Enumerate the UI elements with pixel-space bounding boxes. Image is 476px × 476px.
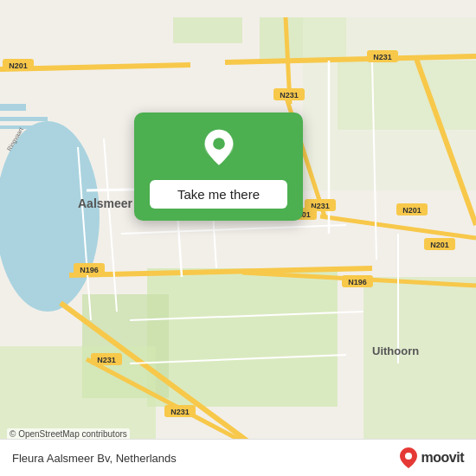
svg-text:N231: N231 — [373, 53, 392, 61]
svg-text:N201: N201 — [9, 61, 28, 70]
bottom-bar: Fleura Aalsmeer Bv, Netherlands moovit — [0, 439, 476, 476]
svg-text:N231: N231 — [280, 91, 299, 100]
svg-point-60 — [213, 138, 225, 150]
svg-rect-2 — [0, 104, 26, 111]
svg-text:N196: N196 — [80, 266, 99, 274]
moovit-brand-text: moovit — [421, 450, 464, 466]
moovit-logo: moovit — [399, 447, 464, 469]
svg-rect-3 — [0, 117, 48, 121]
svg-text:N231: N231 — [170, 408, 190, 416]
svg-rect-10 — [363, 277, 476, 459]
moovit-pin-icon — [399, 447, 418, 469]
location-pin-icon — [198, 128, 240, 170]
map-background: N201 N231 N231 N231 N201 N196 N201 N196 … — [0, 0, 476, 476]
svg-point-61 — [405, 453, 412, 460]
svg-text:Uithoorn: Uithoorn — [372, 344, 419, 357]
location-name: Fleura Aalsmeer Bv, Netherlands — [12, 452, 177, 465]
svg-text:N201: N201 — [402, 206, 421, 215]
svg-point-1 — [0, 121, 100, 312]
take-me-there-button[interactable]: Take me there — [150, 180, 287, 209]
popup-card: Take me there — [134, 113, 303, 221]
map-container: N201 N231 N231 N231 N201 N196 N201 N196 … — [0, 0, 476, 476]
svg-text:N201: N201 — [430, 241, 449, 249]
svg-text:N196: N196 — [348, 278, 367, 286]
svg-rect-11 — [173, 17, 242, 43]
svg-text:N231: N231 — [97, 356, 116, 364]
svg-text:Aalsmeer: Aalsmeer — [78, 196, 133, 210]
